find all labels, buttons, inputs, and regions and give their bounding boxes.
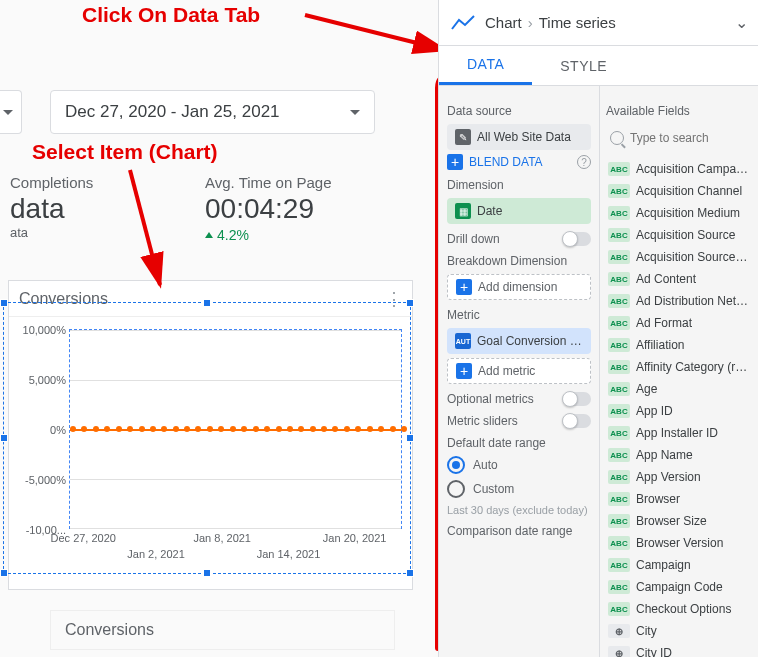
chart-time-series[interactable]: Conversions ⋮ 10,000% 5,000% 0% -5,000% … (8, 280, 413, 590)
scorecard-row: Completions data ata Avg. Time on Page 0… (2, 170, 392, 247)
pencil-icon: ✎ (455, 129, 471, 145)
field-type-icon: ABC (608, 536, 630, 550)
anno-select-item: Select Item (Chart) (32, 140, 218, 164)
help-icon[interactable]: ? (577, 155, 591, 169)
section-comparison: Comparison date range (447, 524, 591, 538)
field-label: Age (636, 382, 657, 396)
field-type-icon: ABC (608, 580, 630, 594)
field-item[interactable]: ABCAffiliation (606, 334, 752, 356)
field-item[interactable]: ABCAcquisition Source / ... (606, 246, 752, 268)
chevron-down-icon (350, 110, 360, 115)
stat-label: Avg. Time on Page (205, 174, 384, 191)
table-title: Conversions (65, 621, 154, 638)
stat-delta: 4.2% (205, 227, 384, 243)
calendar-icon: ▦ (455, 203, 471, 219)
add-metric-chip[interactable]: + Add metric (447, 358, 591, 384)
metric-sliders-label: Metric sliders (447, 414, 518, 428)
chart-title: Conversions (19, 290, 108, 308)
field-item[interactable]: ABCApp Version (606, 466, 752, 488)
field-item[interactable]: ABCAffinity Category (reac... (606, 356, 752, 378)
chart-header: Conversions ⋮ (9, 281, 412, 317)
optional-metrics-toggle[interactable] (563, 392, 591, 406)
field-type-icon: ABC (608, 316, 630, 330)
optional-metrics-label: Optional metrics (447, 392, 534, 406)
field-item[interactable]: ABCCampaign Code (606, 576, 752, 598)
field-type-icon: ABC (608, 470, 630, 484)
field-item[interactable]: ABCApp ID (606, 400, 752, 422)
available-fields-title: Available Fields (606, 104, 752, 118)
field-item[interactable]: ABCBrowser Version (606, 532, 752, 554)
field-label: Ad Format (636, 316, 692, 330)
section-metric: Metric (447, 308, 591, 322)
field-label: App Name (636, 448, 693, 462)
field-type-icon: ⊕ (608, 646, 630, 657)
dimension-chip[interactable]: ▦ Date (447, 198, 591, 224)
field-type-icon: ABC (608, 206, 630, 220)
line-chart-icon (449, 9, 477, 37)
field-type-icon: ABC (608, 492, 630, 506)
search-input[interactable] (630, 131, 748, 145)
field-type-icon: ABC (608, 294, 630, 308)
field-item[interactable]: ABCApp Installer ID (606, 422, 752, 444)
field-type-icon: ABC (608, 426, 630, 440)
field-item[interactable]: ABCCampaign (606, 554, 752, 576)
scorecard-avg-time[interactable]: Avg. Time on Page 00:04:29 4.2% (197, 170, 392, 247)
radio-auto[interactable]: Auto (447, 456, 591, 474)
up-arrow-icon (205, 232, 213, 238)
plus-icon: + (456, 279, 472, 295)
section-dimension: Dimension (447, 178, 591, 192)
data-source-chip[interactable]: ✎ All Web Site Data (447, 124, 591, 150)
field-type-icon: ABC (608, 602, 630, 616)
drill-down-label: Drill down (447, 232, 500, 246)
field-item[interactable]: ABCAd Content (606, 268, 752, 290)
field-label: Campaign (636, 558, 691, 572)
field-item[interactable]: ABCAd Format (606, 312, 752, 334)
date-range-picker[interactable]: Dec 27, 2020 - Jan 25, 2021 (50, 90, 375, 134)
field-label: App Version (636, 470, 701, 484)
field-type-icon: ABC (608, 228, 630, 242)
field-item[interactable]: ABCAcquisition Channel (606, 180, 752, 202)
search-icon (610, 131, 624, 145)
blend-data-link[interactable]: + BLEND DATA ? (447, 154, 591, 170)
table-card[interactable]: Conversions (50, 610, 395, 650)
field-item[interactable]: ABCAcquisition Source (606, 224, 752, 246)
field-item[interactable]: ABCApp Name (606, 444, 752, 466)
fields-search[interactable] (606, 124, 752, 152)
field-type-icon: ABC (608, 250, 630, 264)
chart-type-selector[interactable]: Chart › Time series ⌄ (439, 0, 758, 46)
field-item[interactable]: ⊕City ID (606, 642, 752, 657)
arrow-icon (300, 10, 460, 70)
metric-chip[interactable]: AUT Goal Conversion R… (447, 328, 591, 354)
plus-icon: + (447, 154, 463, 170)
radio-custom[interactable]: Custom (447, 480, 591, 498)
field-item[interactable]: ABCBrowser Size (606, 510, 752, 532)
field-item[interactable]: ABCAge (606, 378, 752, 400)
field-type-icon: ABC (608, 272, 630, 286)
field-label: Campaign Code (636, 580, 723, 594)
tab-data[interactable]: DATA (439, 46, 532, 85)
field-item[interactable]: ABCAcquisition Medium (606, 202, 752, 224)
properties-panel: Chart › Time series ⌄ DATA STYLE Data so… (438, 0, 758, 657)
field-item[interactable]: ⊕City (606, 620, 752, 642)
field-item[interactable]: ABCBrowser (606, 488, 752, 510)
field-item[interactable]: ABCAd Distribution Netwo... (606, 290, 752, 312)
field-item[interactable]: ABCAcquisition Campaign (606, 158, 752, 180)
field-type-icon: ABC (608, 382, 630, 396)
field-type-icon: ABC (608, 404, 630, 418)
field-item[interactable]: ABCCheckout Options (606, 598, 752, 620)
field-label: App ID (636, 404, 673, 418)
date-range-text: Dec 27, 2020 - Jan 25, 2021 (65, 102, 280, 122)
tab-style[interactable]: STYLE (532, 46, 635, 85)
more-vert-icon[interactable]: ⋮ (385, 288, 402, 310)
add-dimension-chip[interactable]: + Add dimension (447, 274, 591, 300)
metric-sliders-toggle[interactable] (563, 414, 591, 428)
field-type-icon: ABC (608, 184, 630, 198)
control-stub[interactable] (0, 90, 22, 134)
drill-down-toggle[interactable] (563, 232, 591, 246)
chart-breadcrumb: Chart › Time series (485, 14, 727, 31)
field-label: Browser Version (636, 536, 723, 550)
field-label: City (636, 624, 657, 638)
radio-icon (447, 456, 465, 474)
field-label: Ad Content (636, 272, 696, 286)
field-type-icon: ABC (608, 558, 630, 572)
